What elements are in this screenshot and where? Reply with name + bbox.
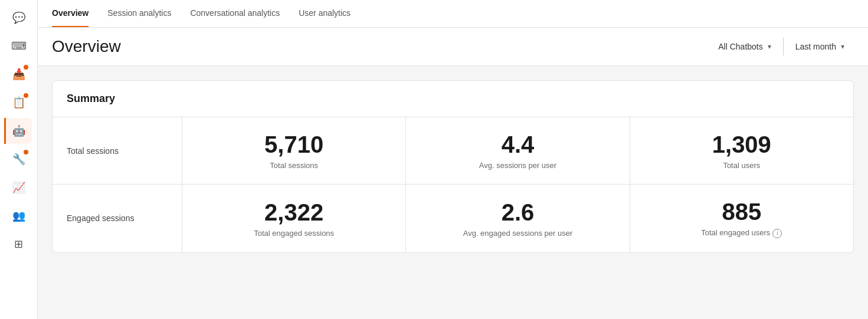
tab-session-analytics[interactable]: Session analytics	[107, 0, 171, 27]
stats-cells-engaged-sessions: 2,322Total engaged sessions2.6Avg. engag…	[182, 185, 853, 252]
stats-row-engaged-sessions: Engaged sessions2,322Total engaged sessi…	[53, 185, 853, 252]
stat-cell-engaged-sessions-0: 2,322Total engaged sessions	[182, 185, 406, 252]
sidebar-item-inbox-up[interactable]: 📥	[6, 61, 32, 87]
page-header: Overview All Chatbots ▾ Last month ▾	[38, 28, 868, 66]
stat-cell-total-sessions-2: 1,309Total users	[630, 117, 853, 184]
notification-badge	[24, 65, 28, 70]
sidebar-item-nodes-up[interactable]: 🔧	[6, 146, 32, 172]
row-label-total-sessions: Total sessions	[53, 117, 182, 184]
tab-conversational-analytics[interactable]: Conversational analytics	[190, 0, 280, 27]
info-icon[interactable]: i	[772, 229, 782, 238]
sidebar-item-users[interactable]: 👥	[6, 203, 32, 229]
chevron-down-icon: ▾	[768, 42, 771, 51]
stat-label: Total users	[723, 161, 760, 170]
sidebar-item-chat[interactable]: 💬	[6, 5, 32, 31]
tab-user-analytics[interactable]: User analytics	[299, 0, 351, 27]
chatbot-filter-dropdown[interactable]: All Chatbots ▾	[709, 37, 780, 56]
stat-value: 2.6	[502, 199, 535, 225]
summary-card: Summary Total sessions5,710Total session…	[52, 80, 854, 253]
stat-value: 1,309	[712, 131, 771, 157]
tab-overview[interactable]: Overview	[52, 0, 89, 27]
page-title: Overview	[52, 37, 121, 56]
stat-cell-engaged-sessions-2: 885Total engaged usersi	[630, 185, 853, 252]
sidebar-item-terminal[interactable]: ⌨	[6, 33, 32, 59]
tab-bar: OverviewSession analyticsConversational …	[38, 0, 868, 28]
chevron-down-icon-2: ▾	[841, 42, 844, 51]
stat-value: 885	[722, 199, 761, 225]
sidebar: 💬⌨📥📋🤖🔧📈👥⊞	[0, 0, 38, 319]
notification-badge	[24, 150, 28, 154]
header-controls: All Chatbots ▾ Last month ▾	[709, 37, 854, 56]
content-area: Summary Total sessions5,710Total session…	[38, 66, 868, 319]
sidebar-item-bot[interactable]: 🤖	[4, 118, 32, 144]
row-label-engaged-sessions: Engaged sessions	[53, 185, 182, 252]
date-filter-label: Last month	[795, 42, 836, 51]
stat-label: Total sessions	[270, 161, 318, 170]
stat-cell-engaged-sessions-1: 2.6Avg. engaged sessions per user	[406, 185, 630, 252]
vertical-divider	[783, 38, 784, 55]
notification-badge	[24, 93, 28, 98]
stat-label: Avg. sessions per user	[479, 161, 556, 170]
sidebar-item-grid[interactable]: ⊞	[6, 231, 32, 257]
stat-value: 5,710	[264, 131, 323, 157]
summary-header: Summary	[53, 81, 853, 117]
sidebar-item-chart[interactable]: 📈	[6, 175, 32, 200]
main-area: OverviewSession analyticsConversational …	[38, 0, 868, 319]
sidebar-item-inbox2-up[interactable]: 📋	[6, 90, 32, 116]
stats-row-total-sessions: Total sessions5,710Total sessions4.4Avg.…	[53, 117, 853, 185]
chatbot-filter-label: All Chatbots	[718, 42, 762, 51]
stat-label: Total engaged usersi	[701, 228, 782, 238]
stat-cell-total-sessions-1: 4.4Avg. sessions per user	[406, 117, 630, 184]
stat-label: Avg. engaged sessions per user	[463, 229, 573, 238]
stat-value: 4.4	[502, 131, 535, 157]
stat-label: Total engaged sessions	[254, 229, 334, 238]
summary-title: Summary	[67, 93, 115, 104]
stat-value: 2,322	[264, 199, 323, 225]
stats-cells-total-sessions: 5,710Total sessions4.4Avg. sessions per …	[182, 117, 853, 184]
date-filter-dropdown[interactable]: Last month ▾	[786, 37, 854, 56]
stat-cell-total-sessions-0: 5,710Total sessions	[182, 117, 406, 184]
